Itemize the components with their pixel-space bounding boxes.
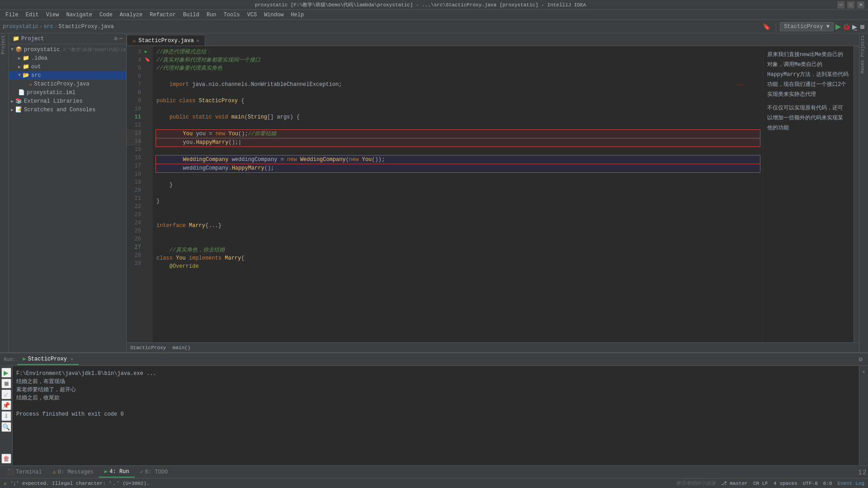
code-line-23 — [156, 213, 760, 222]
filter-button[interactable]: 🔍 — [1, 422, 11, 432]
tree-item-src[interactable]: ▼ 📂 src — [9, 71, 126, 80]
breadcrumb-src[interactable]: src — [43, 24, 53, 30]
tree-item-iml[interactable]: 📄 proxystatic.iml — [9, 88, 126, 97]
status-indent[interactable]: 4 spaces — [774, 481, 797, 486]
minimize-button[interactable]: ─ — [837, 1, 844, 9]
run-coverage[interactable]: ▶̲ — [852, 23, 857, 30]
tree-item-out[interactable]: ▶ 📁 out — [9, 62, 126, 71]
restore-layout-button[interactable]: ↙ — [1, 389, 11, 399]
breadcrumb-stacticproxy[interactable]: StacticProxy — [130, 345, 166, 351]
right-scrollbar[interactable] — [854, 46, 859, 342]
run-tab[interactable]: ▶ 4: Run — [99, 466, 134, 478]
code-line-6 — [156, 72, 760, 81]
annotation-line-2: 对象，调用Me类自己的 — [767, 60, 850, 70]
menu-run[interactable]: Run — [203, 11, 220, 19]
menu-view[interactable]: View — [42, 11, 63, 19]
annotation-line-8: 他的功能 — [767, 123, 850, 133]
code-line-29: @Override — [156, 262, 760, 270]
side-panel-btn-2[interactable]: 2 — [863, 469, 866, 476]
annotation-line-4: 功能，现在我们通过一个接口2个 — [767, 80, 850, 90]
code-line-17: weddingCompany.HappyMarry(); — [156, 164, 760, 173]
terminal-text: Terminal — [16, 469, 42, 475]
annotation-line-6: 不仅仅可以实现原有代码，还可 — [767, 103, 850, 113]
tree-label: .idea — [31, 55, 47, 62]
tree-item-proxystatic[interactable]: ▼ 📦 proxystatic F:\教学\班级\Demo\代码\lambda\… — [9, 45, 126, 54]
gear-icon[interactable]: ⋯ — [119, 35, 123, 42]
side-panel-btn-1[interactable]: 1 — [858, 469, 862, 476]
tree-item-ext-libs[interactable]: ▶ 📚 External Libraries — [9, 97, 126, 105]
tree-label: External Libraries — [24, 98, 83, 104]
tab-close-icon[interactable]: ✕ — [197, 38, 199, 43]
breadcrumb-main[interactable]: main() — [173, 345, 191, 351]
menu-edit[interactable]: Edit — [22, 11, 42, 19]
breadcrumb-project[interactable]: proxystatic — [3, 24, 38, 30]
tree-label: src — [31, 72, 41, 79]
warning-icon: ⚠ — [4, 480, 7, 486]
status-charset[interactable]: UTF-8 — [803, 481, 818, 486]
pin-button[interactable]: 📌 — [1, 400, 11, 410]
menu-vcs[interactable]: VCS — [244, 11, 261, 19]
maven-tab[interactable]: Maven Projects — [859, 33, 868, 75]
code-line-10 — [156, 105, 760, 113]
code-line-9: public class StacticProxy { — [156, 97, 760, 105]
settings-icon[interactable]: ⚙ — [859, 355, 863, 363]
tree-item-scratches[interactable]: ▶ 📝 Scratches and Consoles — [9, 105, 126, 114]
menu-file[interactable]: File — [2, 11, 22, 19]
code-line-20 — [156, 189, 760, 197]
toolbar: proxystatic › src › StacticProxy.java 🔖 … — [0, 20, 868, 33]
stop-run-button[interactable]: ⏹ — [1, 379, 11, 389]
event-log-btn[interactable]: Event Log — [838, 481, 864, 486]
debug-button[interactable]: 🐞 — [843, 23, 850, 30]
menu-navigate[interactable]: Navigate — [62, 11, 96, 19]
breadcrumb-file[interactable]: StacticProxy.java — [58, 24, 113, 30]
menu-analyze[interactable]: Analyze — [116, 11, 146, 19]
annotation-line-5: 实现类来实静态代理 — [767, 90, 850, 99]
menu-refactor[interactable]: Refactor — [146, 11, 179, 19]
stop-button[interactable]: ⏹ — [859, 23, 865, 30]
code-line-15 — [156, 147, 760, 155]
close-button[interactable]: ✕ — [857, 1, 864, 9]
menu-code[interactable]: Code — [96, 11, 116, 19]
code-line-3: //静态代理模式总结： — [156, 48, 760, 56]
status-encoding[interactable]: CR LF — [753, 481, 768, 486]
project-panel-header: 📁 Project ⚙ ⋯ — [9, 33, 126, 44]
line-numbers: 3 4 5 6 7 8 9 10 11 12 13 14 15 16 17 18 — [127, 46, 145, 342]
menu-help[interactable]: Help — [287, 11, 307, 19]
bottom-panel: Run: ▶ StacticProxy ✕ ⚙ ▶ ⏹ ↙ 📌 ⬇ 🔍 🗑 — [0, 352, 868, 465]
maximize-button[interactable]: □ — [847, 1, 854, 9]
todo-tab[interactable]: ✓ 6: TODO — [135, 467, 174, 477]
tree-label: StacticProxy.java — [34, 81, 89, 87]
tab-run-active[interactable]: ▶ StacticProxy ✕ — [17, 354, 79, 365]
project-breadcrumb: proxystatic › src › StacticProxy.java — [3, 24, 114, 30]
run-config-selector[interactable]: StacticProxy ▼ — [780, 22, 834, 31]
toolbar-bookmark[interactable]: 🔖 — [761, 22, 772, 31]
breadcrumb-sep1: › — [39, 24, 42, 30]
tab-close-run[interactable]: ✕ — [71, 356, 73, 362]
run-button[interactable]: ▶ — [835, 22, 841, 31]
rerun-button[interactable]: ▶ — [1, 368, 11, 378]
menu-tools[interactable]: Tools — [220, 11, 244, 19]
right-side-tabs: Maven Projects — [859, 33, 868, 352]
messages-tab[interactable]: ⚠ 0: Messages — [47, 467, 99, 477]
left-side-tabs: Project — [0, 33, 9, 352]
code-content[interactable]: //静态代理模式总结： //真实对象和代理对象都要实现同一个接口 //代理对象要… — [153, 46, 763, 342]
menu-window[interactable]: Window — [260, 11, 287, 19]
annotation-arrow: → — [736, 80, 743, 90]
menu-build[interactable]: Build — [179, 11, 203, 19]
breadcrumb-sep2: › — [54, 24, 57, 30]
scroll-end-button[interactable]: ⬇ — [1, 411, 11, 421]
tab-stacticproxy[interactable]: ☕ StacticProxy.java ✕ — [127, 35, 205, 46]
folder-icon: 📁 — [23, 55, 29, 62]
clear-output-button[interactable]: 🗑 — [1, 454, 11, 464]
tree-item-stacticproxy[interactable]: ☕ StacticProxy.java — [9, 80, 126, 88]
run-output[interactable]: F:\Environment\java\jdk1.8\bin\java.exe … — [13, 366, 859, 465]
folder-icon: 📁 — [23, 63, 29, 70]
project-tab-label[interactable]: Project — [0, 33, 9, 56]
todo-label: 6: TODO — [145, 469, 168, 475]
run-sidebar: ▶ ⏹ ↙ 📌 ⬇ 🔍 🗑 — [0, 366, 13, 465]
tree-item-idea[interactable]: ▶ 📁 .idea — [9, 54, 126, 62]
sync-icon[interactable]: ⚙ — [114, 35, 118, 42]
status-right: 努力考研的小波波 ⎇ master CR LF 4 spaces UTF-8 6… — [676, 480, 864, 487]
tree-label: proxystatic — [24, 47, 60, 53]
terminal-tab[interactable]: ⬛ Run Terminal — [2, 467, 47, 477]
